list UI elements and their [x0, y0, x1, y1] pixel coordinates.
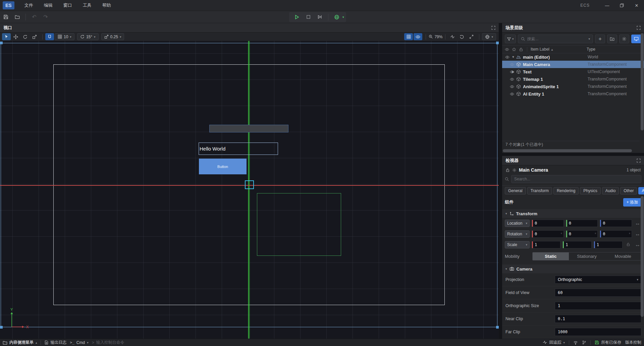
- tree-row-ai-entity[interactable]: AI Entity 1 TransformComponent: [502, 90, 644, 98]
- mobility-stationary[interactable]: Stationary: [569, 252, 605, 260]
- expand-panel-icon[interactable]: [637, 159, 641, 163]
- menu-file[interactable]: 文件: [19, 0, 39, 10]
- redo-button[interactable]: ↷: [41, 13, 51, 21]
- location-dropdown[interactable]: Location▾: [505, 220, 530, 227]
- close-button[interactable]: ✕: [629, 0, 644, 11]
- eye-icon[interactable]: [510, 77, 514, 81]
- rotation-snap-dropdown[interactable]: 15° ▾: [77, 33, 99, 40]
- mobility-static[interactable]: Static: [533, 252, 569, 260]
- content-drawer-button[interactable]: 内容侧滑菜单 ▴: [3, 340, 37, 345]
- inspector-search-input[interactable]: [514, 177, 638, 181]
- link-axes-icon[interactable]: ↔: [634, 220, 641, 226]
- column-item-label[interactable]: Item Label ▲: [527, 47, 587, 52]
- eye-icon[interactable]: [510, 92, 514, 96]
- star-icon[interactable]: [512, 47, 516, 52]
- tab-all[interactable]: All: [638, 187, 644, 194]
- chevron-right-icon[interactable]: ▶: [510, 70, 516, 73]
- scale-z-field[interactable]: [594, 241, 622, 248]
- scale-dropdown[interactable]: Scale▾: [505, 241, 530, 248]
- stats-button[interactable]: [448, 33, 457, 40]
- version-control-button[interactable]: 版本控制: [625, 340, 641, 345]
- location-z-field[interactable]: [600, 220, 632, 227]
- menu-tools[interactable]: 工具: [77, 0, 97, 10]
- location-x-field[interactable]: [532, 220, 564, 227]
- stop-button[interactable]: [303, 13, 313, 21]
- scene-canvas[interactable]: Hello World Button Y X: [0, 41, 499, 339]
- output-log-button[interactable]: 输出日志: [44, 340, 67, 345]
- link-axes-icon[interactable]: ↔: [634, 242, 641, 248]
- scale-y-field[interactable]: [563, 241, 591, 248]
- filter-button[interactable]: ▾: [505, 35, 516, 43]
- resize-handle[interactable]: [0, 326, 3, 329]
- panel-divider[interactable]: [499, 23, 502, 339]
- location-y-field[interactable]: [566, 220, 598, 227]
- tab-audio[interactable]: Audio: [602, 187, 619, 194]
- view-mode-button[interactable]: [631, 35, 641, 43]
- minimize-button[interactable]: —: [600, 0, 614, 11]
- chevron-down-icon[interactable]: ▾: [342, 15, 344, 19]
- resize-handle[interactable]: [0, 42, 3, 44]
- network-status-icon[interactable]: [573, 340, 578, 345]
- field-of-view-field[interactable]: [555, 290, 641, 295]
- expand-panel-icon[interactable]: [637, 26, 641, 30]
- camera-section-header[interactable]: ▾ Camera: [502, 265, 644, 273]
- uniform-scale-lock-icon[interactable]: [625, 242, 632, 248]
- expand-panel-icon[interactable]: [491, 26, 495, 30]
- snap-tool-button[interactable]: [45, 33, 54, 40]
- tree-row-animatedsprite[interactable]: AnimatedSprite 1 TransformComponent: [502, 83, 644, 90]
- move-tool-button[interactable]: [11, 33, 20, 40]
- eye-icon[interactable]: [505, 47, 509, 52]
- step-button[interactable]: [315, 13, 325, 21]
- open-folder-button[interactable]: [12, 13, 22, 21]
- scale-x-field[interactable]: [532, 241, 560, 248]
- fullscreen-button[interactable]: [467, 33, 476, 40]
- gear-icon[interactable]: [512, 168, 517, 172]
- tab-other[interactable]: Other: [620, 187, 637, 194]
- transform-section-header[interactable]: ▾ Transform: [502, 209, 644, 218]
- world-dropdown[interactable]: ▾: [482, 33, 496, 40]
- tilemap-widget[interactable]: [209, 125, 288, 132]
- play-button[interactable]: [292, 13, 302, 21]
- menu-window[interactable]: 窗口: [58, 0, 77, 10]
- add-component-button[interactable]: + 添加: [623, 198, 641, 207]
- scale-tool-button[interactable]: [30, 33, 39, 40]
- select-tool-button[interactable]: [2, 33, 11, 40]
- hierarchy-settings-button[interactable]: [619, 35, 629, 43]
- branch-icon-button[interactable]: [582, 340, 586, 345]
- eye-icon[interactable]: [510, 62, 514, 67]
- maximize-button[interactable]: [614, 0, 629, 11]
- tab-transform[interactable]: Transform: [527, 187, 552, 194]
- resize-handle[interactable]: [496, 326, 499, 329]
- rotation-x-field[interactable]: [532, 231, 564, 237]
- selection-gizmo[interactable]: [245, 180, 254, 189]
- button-widget[interactable]: Button: [199, 159, 247, 174]
- rotation-dropdown[interactable]: Rotation▾: [505, 230, 530, 238]
- save-button[interactable]: [1, 13, 11, 21]
- scale-snap-dropdown[interactable]: 0.25 ▾: [101, 33, 124, 40]
- tree-row-main-camera[interactable]: Main Camera TransformComponent: [502, 61, 644, 68]
- text-widget[interactable]: Hello World: [199, 142, 278, 155]
- tab-rendering[interactable]: Rendering: [553, 187, 579, 194]
- cmd-dropdown[interactable]: >_ Cmd ▾: [70, 340, 89, 345]
- add-folder-button[interactable]: [607, 35, 617, 43]
- tree-row-text[interactable]: ▶ Text UITextComponent: [502, 68, 644, 75]
- network-button[interactable]: [332, 13, 342, 21]
- link-axes-icon[interactable]: ↔: [634, 231, 641, 237]
- mobility-movable[interactable]: Movable: [605, 252, 641, 260]
- column-type[interactable]: Type: [587, 47, 595, 52]
- rotation-y-field[interactable]: [566, 231, 598, 237]
- visibility-button[interactable]: [414, 33, 422, 40]
- horizontal-scrollbar[interactable]: [503, 149, 632, 152]
- tree-row-world[interactable]: ▼ main (Editor) World: [502, 53, 644, 61]
- eye-icon[interactable]: [505, 55, 509, 59]
- rotation-z-field[interactable]: [600, 231, 632, 237]
- rotate-tool-button[interactable]: [21, 33, 30, 40]
- unlock-icon[interactable]: [505, 168, 510, 172]
- grid-snap-dropdown[interactable]: 10 ▾: [55, 33, 74, 40]
- resize-handle[interactable]: [496, 42, 499, 44]
- reset-view-button[interactable]: [458, 33, 466, 40]
- tab-physics[interactable]: Physics: [580, 187, 600, 194]
- hierarchy-search[interactable]: ▾: [518, 35, 593, 43]
- menu-help[interactable]: 帮助: [97, 0, 116, 10]
- tab-general[interactable]: General: [505, 187, 526, 194]
